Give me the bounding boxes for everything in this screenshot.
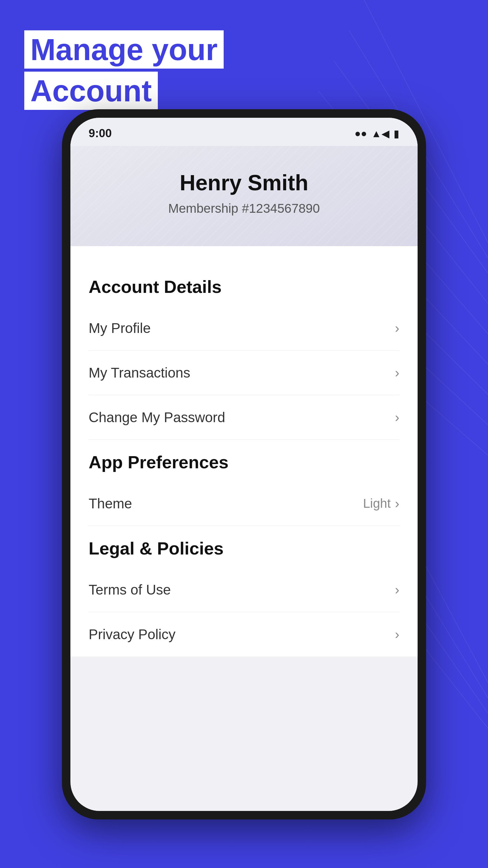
status-bar: 9:00 ●● ▲◀ ▮ [70, 118, 418, 146]
chevron-icon: › [395, 365, 399, 380]
theme-right: Light › [363, 496, 399, 511]
wifi-icon: ●● [355, 127, 367, 139]
page-heading: Manage your Account [24, 30, 224, 113]
theme-label: Theme [89, 495, 132, 512]
menu-item-my-profile[interactable]: My Profile › [89, 306, 399, 350]
chevron-icon: › [395, 410, 399, 425]
menu-item-privacy[interactable]: Privacy Policy › [89, 612, 399, 656]
heading-line2: Account [30, 74, 152, 108]
battery-icon: ▮ [394, 127, 399, 140]
phone-outer-bezel: 9:00 ●● ▲◀ ▮ Henry Smith Membership #123… [62, 109, 426, 819]
signal-icon: ▲◀ [371, 127, 389, 140]
phone-screen: 9:00 ●● ▲◀ ▮ Henry Smith Membership #123… [70, 118, 418, 811]
section-title-account: Account Details [89, 277, 399, 297]
terms-label: Terms of Use [89, 582, 171, 598]
chevron-icon: › [395, 496, 399, 511]
my-profile-label: My Profile [89, 320, 151, 336]
phone-mockup: 9:00 ●● ▲◀ ▮ Henry Smith Membership #123… [62, 109, 426, 819]
profile-header: Henry Smith Membership #1234567890 [70, 146, 418, 246]
membership-number: Membership #1234567890 [89, 201, 399, 216]
change-password-label: Change My Password [89, 409, 225, 426]
menu-item-terms[interactable]: Terms of Use › [89, 567, 399, 612]
user-name: Henry Smith [89, 170, 399, 195]
terms-right: › [395, 582, 399, 597]
theme-value: Light [363, 496, 391, 511]
heading-line1: Manage your [30, 32, 218, 66]
chevron-icon: › [395, 320, 399, 336]
my-transactions-label: My Transactions [89, 365, 190, 381]
my-transactions-right: › [395, 365, 399, 380]
menu-item-change-password[interactable]: Change My Password › [89, 395, 399, 440]
chevron-icon: › [395, 627, 399, 642]
privacy-label: Privacy Policy [89, 626, 175, 643]
section-title-legal: Legal & Policies [89, 538, 399, 558]
section-title-preferences: App Preferences [89, 452, 399, 472]
content-area: Account Details My Profile › My Transact… [70, 246, 418, 656]
change-password-right: › [395, 410, 399, 425]
status-time: 9:00 [89, 127, 112, 140]
menu-item-theme[interactable]: Theme Light › [89, 482, 399, 526]
privacy-right: › [395, 627, 399, 642]
menu-item-my-transactions[interactable]: My Transactions › [89, 350, 399, 395]
chevron-icon: › [395, 582, 399, 597]
my-profile-right: › [395, 320, 399, 336]
status-icons: ●● ▲◀ ▮ [355, 127, 399, 140]
